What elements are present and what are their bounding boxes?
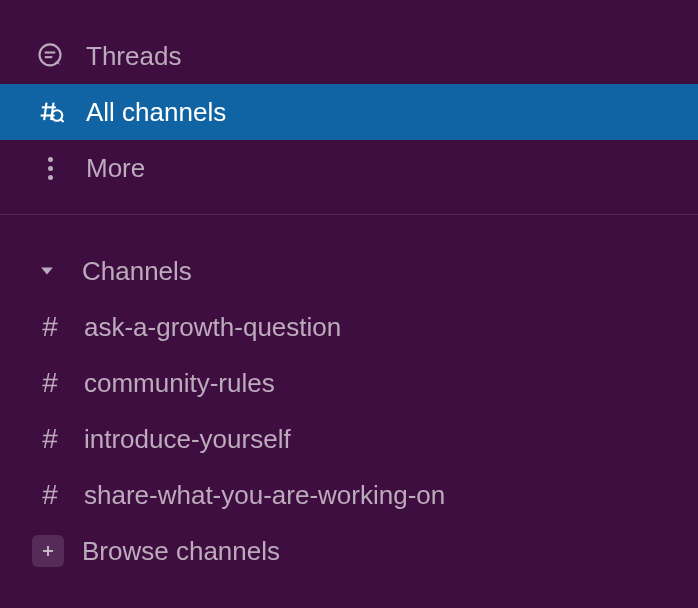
channel-item[interactable]: # community-rules: [0, 355, 698, 411]
nav-all-channels[interactable]: All channels: [0, 84, 698, 140]
browse-channels[interactable]: Browse channels: [0, 523, 698, 579]
hash-icon: #: [36, 479, 64, 511]
hash-icon: #: [36, 423, 64, 455]
channel-item[interactable]: # introduce-yourself: [0, 411, 698, 467]
plus-icon: [32, 535, 64, 567]
divider: [0, 214, 698, 215]
channel-label: share-what-you-are-working-on: [84, 480, 445, 511]
browse-channels-label: Browse channels: [82, 536, 280, 567]
slack-sidebar: Threads All channels More: [0, 0, 698, 608]
nav-all-channels-label: All channels: [86, 97, 226, 128]
more-icon: [32, 150, 68, 186]
nav-more-label: More: [86, 153, 145, 184]
svg-line-8: [61, 119, 64, 122]
hash-icon: #: [36, 367, 64, 399]
nav-threads[interactable]: Threads: [0, 28, 698, 84]
channel-label: introduce-yourself: [84, 424, 291, 455]
channel-item[interactable]: # ask-a-growth-question: [0, 299, 698, 355]
threads-icon: [32, 38, 68, 74]
caret-down-icon: [36, 260, 58, 282]
nav-more[interactable]: More: [0, 140, 698, 196]
channel-label: community-rules: [84, 368, 275, 399]
all-channels-icon: [32, 94, 68, 130]
channel-item[interactable]: # share-what-you-are-working-on: [0, 467, 698, 523]
svg-line-5: [44, 103, 46, 121]
channels-section-header[interactable]: Channels: [0, 243, 698, 299]
nav-threads-label: Threads: [86, 41, 181, 72]
channels-section-label: Channels: [82, 256, 192, 287]
hash-icon: #: [36, 311, 64, 343]
channel-label: ask-a-growth-question: [84, 312, 341, 343]
